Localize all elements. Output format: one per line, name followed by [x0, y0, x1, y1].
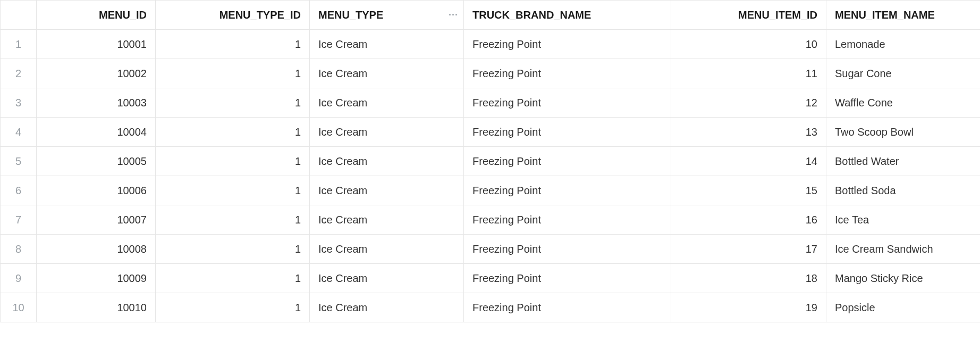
cell-menu-item-name[interactable]: Bottled Soda: [826, 176, 980, 205]
column-header-label: MENU_TYPE_ID: [219, 9, 301, 21]
row-number[interactable]: 7: [1, 205, 37, 235]
cell-menu-item-name[interactable]: Mango Sticky Rice: [826, 264, 980, 293]
column-header-label: MENU_ITEM_ID: [738, 9, 817, 21]
cell-menu-type[interactable]: Ice Cream: [310, 176, 464, 205]
cell-truck-brand-name[interactable]: Freezing Point: [464, 88, 671, 118]
cell-menu-id[interactable]: 10001: [37, 30, 156, 59]
cell-menu-type[interactable]: Ice Cream: [310, 59, 464, 88]
row-number[interactable]: 10: [1, 293, 37, 322]
cell-menu-item-id[interactable]: 18: [671, 264, 826, 293]
cell-menu-item-id[interactable]: 13: [671, 118, 826, 147]
row-number[interactable]: 5: [1, 147, 37, 176]
cell-menu-type-id[interactable]: 1: [156, 264, 310, 293]
column-header-truck-brand-name[interactable]: TRUCK_BRAND_NAME: [464, 1, 671, 30]
column-header-label: TRUCK_BRAND_NAME: [472, 9, 591, 21]
cell-truck-brand-name[interactable]: Freezing Point: [464, 30, 671, 59]
cell-truck-brand-name[interactable]: Freezing Point: [464, 118, 671, 147]
cell-menu-item-name[interactable]: Waffle Cone: [826, 88, 980, 118]
cell-menu-id[interactable]: 10003: [37, 88, 156, 118]
row-number[interactable]: 1: [1, 30, 37, 59]
column-header-label: MENU_ID: [99, 9, 147, 21]
cell-truck-brand-name[interactable]: Freezing Point: [464, 59, 671, 88]
cell-menu-type-id[interactable]: 1: [156, 118, 310, 147]
column-header-menu-item-name[interactable]: MENU_ITEM_NAME: [826, 1, 980, 30]
cell-menu-item-name[interactable]: Popsicle: [826, 293, 980, 322]
cell-menu-type[interactable]: Ice Cream: [310, 264, 464, 293]
cell-menu-item-id[interactable]: 12: [671, 88, 826, 118]
row-number[interactable]: 6: [1, 176, 37, 205]
column-header-label: MENU_TYPE: [318, 9, 383, 21]
cell-menu-item-id[interactable]: 17: [671, 235, 826, 264]
cell-menu-item-id[interactable]: 14: [671, 147, 826, 176]
corner-cell: [1, 1, 37, 30]
cell-truck-brand-name[interactable]: Freezing Point: [464, 235, 671, 264]
ellipsis-icon[interactable]: ···: [449, 10, 458, 21]
row-number[interactable]: 3: [1, 88, 37, 118]
cell-truck-brand-name[interactable]: Freezing Point: [464, 264, 671, 293]
row-number[interactable]: 2: [1, 59, 37, 88]
cell-menu-type[interactable]: Ice Cream: [310, 147, 464, 176]
cell-menu-id[interactable]: 10005: [37, 147, 156, 176]
cell-menu-item-name[interactable]: Two Scoop Bowl: [826, 118, 980, 147]
cell-menu-id[interactable]: 10010: [37, 293, 156, 322]
cell-menu-type[interactable]: Ice Cream: [310, 293, 464, 322]
cell-menu-id[interactable]: 10009: [37, 264, 156, 293]
cell-menu-type-id[interactable]: 1: [156, 147, 310, 176]
column-header-label: MENU_ITEM_NAME: [835, 9, 935, 21]
row-number[interactable]: 4: [1, 118, 37, 147]
cell-menu-item-name[interactable]: Bottled Water: [826, 147, 980, 176]
column-header-menu-type-id[interactable]: MENU_TYPE_ID: [156, 1, 310, 30]
column-header-menu-id[interactable]: MENU_ID: [37, 1, 156, 30]
cell-menu-item-id[interactable]: 11: [671, 59, 826, 88]
cell-menu-type-id[interactable]: 1: [156, 30, 310, 59]
cell-truck-brand-name[interactable]: Freezing Point: [464, 293, 671, 322]
cell-menu-type-id[interactable]: 1: [156, 235, 310, 264]
column-header-menu-type[interactable]: MENU_TYPE ···: [310, 1, 464, 30]
cell-menu-type-id[interactable]: 1: [156, 205, 310, 235]
cell-menu-type-id[interactable]: 1: [156, 88, 310, 118]
cell-truck-brand-name[interactable]: Freezing Point: [464, 147, 671, 176]
row-number[interactable]: 9: [1, 264, 37, 293]
results-table: MENU_ID MENU_TYPE_ID MENU_TYPE ··· TRUCK…: [0, 0, 980, 322]
cell-menu-type[interactable]: Ice Cream: [310, 118, 464, 147]
cell-menu-type[interactable]: Ice Cream: [310, 205, 464, 235]
column-header-menu-item-id[interactable]: MENU_ITEM_ID: [671, 1, 826, 30]
cell-menu-item-name[interactable]: Ice Tea: [826, 205, 980, 235]
cell-menu-item-id[interactable]: 16: [671, 205, 826, 235]
cell-menu-item-name[interactable]: Ice Cream Sandwich: [826, 235, 980, 264]
row-number[interactable]: 8: [1, 235, 37, 264]
cell-menu-type[interactable]: Ice Cream: [310, 235, 464, 264]
cell-menu-id[interactable]: 10007: [37, 205, 156, 235]
cell-truck-brand-name[interactable]: Freezing Point: [464, 176, 671, 205]
cell-menu-type-id[interactable]: 1: [156, 293, 310, 322]
cell-menu-id[interactable]: 10004: [37, 118, 156, 147]
cell-menu-item-id[interactable]: 10: [671, 30, 826, 59]
cell-menu-id[interactable]: 10006: [37, 176, 156, 205]
cell-truck-brand-name[interactable]: Freezing Point: [464, 205, 671, 235]
cell-menu-id[interactable]: 10008: [37, 235, 156, 264]
cell-menu-type-id[interactable]: 1: [156, 176, 310, 205]
cell-menu-item-id[interactable]: 19: [671, 293, 826, 322]
cell-menu-type[interactable]: Ice Cream: [310, 30, 464, 59]
cell-menu-type[interactable]: Ice Cream: [310, 88, 464, 118]
cell-menu-item-name[interactable]: Sugar Cone: [826, 59, 980, 88]
cell-menu-id[interactable]: 10002: [37, 59, 156, 88]
cell-menu-item-name[interactable]: Lemonade: [826, 30, 980, 59]
cell-menu-item-id[interactable]: 15: [671, 176, 826, 205]
cell-menu-type-id[interactable]: 1: [156, 59, 310, 88]
